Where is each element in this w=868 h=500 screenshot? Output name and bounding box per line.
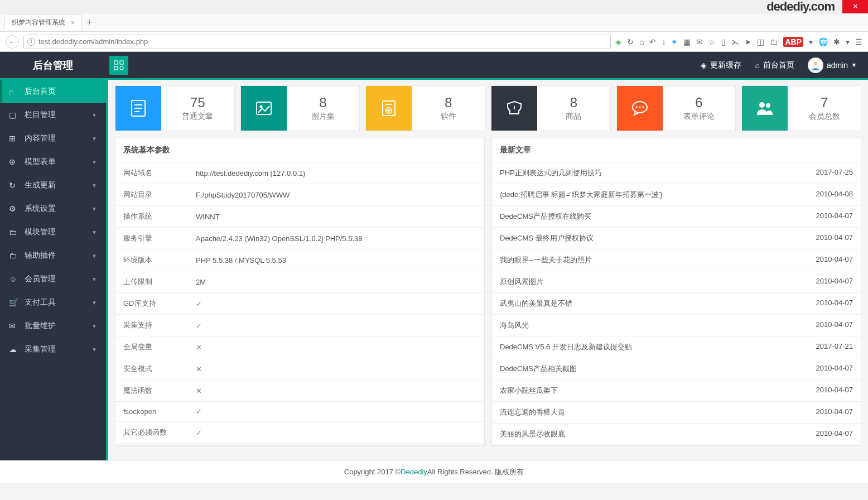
sidebar-label: 辅助插件	[25, 251, 56, 261]
article-date: 2010-04-07	[816, 320, 853, 330]
footer: Copyright 2017 © Dedediy All Rights Rese…	[0, 460, 868, 483]
bird-icon[interactable]: ✦	[671, 37, 678, 46]
window-close-button[interactable]: ✕	[842, 0, 868, 13]
home-icon[interactable]: ⌂	[639, 37, 644, 46]
chevron-down-icon: ▼	[91, 229, 97, 235]
sysinfo-value: ✓	[188, 422, 484, 444]
folder-icon[interactable]: 🗀	[770, 37, 778, 46]
sidebar: ⌂后台首页▢栏目管理▼⊞内容管理▼⊕模型表单▼↻生成更新▼⚙系统设置▼🗀模块管理…	[0, 80, 106, 460]
stat-card-1[interactable]: 8图片集	[240, 85, 360, 131]
shield-icon[interactable]: ◈	[615, 37, 621, 46]
tab-close-icon[interactable]: ×	[71, 19, 75, 27]
stat-number: 6	[695, 95, 702, 110]
stat-card-4[interactable]: 6表单评论	[616, 85, 736, 131]
bookmark-icon[interactable]: ▯	[721, 37, 726, 46]
refresh-cache-link[interactable]: ◈ 更新缓存	[701, 60, 741, 70]
sidebar-label: 后台首页	[25, 86, 56, 97]
tabgroup-icon[interactable]: ◫	[757, 37, 764, 46]
article-title[interactable]: PHP正则表达式的几则使用技巧	[500, 168, 602, 178]
table-row: DedeCMS V5.6 开发日志及新建议提交贴2017-07-21	[492, 336, 861, 358]
stat-label: 图片集	[311, 112, 335, 122]
article-title[interactable]: 海岛风光	[500, 320, 529, 330]
sidebar-label: 模型表单	[25, 157, 56, 167]
sidebar-item-5[interactable]: ⚙系统设置▼	[0, 197, 106, 220]
sysinfo-panel: 系统基本参数 网站域名http://test.dedediy.com (127.…	[115, 138, 485, 446]
svg-point-19	[642, 107, 644, 108]
article-title[interactable]: DedeCMS产品授权在线购买	[500, 211, 591, 222]
sidebar-label: 会员管理	[25, 274, 56, 284]
sidebar-item-8[interactable]: ☺会员管理▼	[0, 267, 106, 291]
table-row: 全局变量✕	[115, 336, 484, 358]
svg-rect-0	[114, 61, 118, 64]
article-title[interactable]: 武夷山的美景真是不错	[500, 299, 572, 309]
sysinfo-value: ✕	[188, 336, 484, 358]
sidebar-icon: ✉	[9, 321, 19, 330]
reload-icon[interactable]: ↻	[627, 37, 634, 46]
sidebar-item-1[interactable]: ▢栏目管理▼	[0, 103, 106, 127]
sidebar-item-3[interactable]: ⊕模型表单▼	[0, 150, 106, 174]
send-icon[interactable]: ➤	[745, 37, 751, 46]
new-tab-button[interactable]: +	[86, 17, 93, 28]
stat-card-2[interactable]: 8软件	[365, 85, 485, 131]
puzzle-icon[interactable]: ✱	[833, 37, 840, 46]
user-menu[interactable]: admin ▼	[808, 57, 857, 73]
stat-icon	[366, 86, 412, 131]
sidebar-item-7[interactable]: 🗀辅助插件▼	[0, 244, 106, 267]
address-bar[interactable]: i test.dedediy.com/admin/index.php	[23, 35, 611, 49]
article-date: 2010-04-07	[816, 255, 853, 265]
article-title[interactable]: 美丽的风景尽收眼底	[500, 429, 565, 439]
sidebar-item-9[interactable]: 🛒支付工具▼	[0, 291, 106, 314]
stat-card-0[interactable]: 75普通文章	[115, 85, 235, 131]
footer-link[interactable]: Dedediy	[401, 468, 427, 476]
stat-card-5[interactable]: 7会员总数	[741, 85, 861, 131]
globe-icon[interactable]: 🌐	[818, 37, 828, 46]
article-date: 2010-04-07	[816, 277, 853, 287]
rss-icon[interactable]: ⋋	[731, 37, 739, 46]
info-icon[interactable]: i	[27, 38, 35, 46]
article-title[interactable]: {dede:招聘启事 标题='织梦大家庭新年招募第一波'}	[500, 190, 662, 200]
table-row: 武夷山的美景真是不错2010-04-07	[492, 293, 861, 315]
sidebar-item-4[interactable]: ↻生成更新▼	[0, 174, 106, 197]
table-row: DedeCMS 最终用户授权协议2010-04-07	[492, 228, 861, 249]
abp-icon[interactable]: ABP	[783, 37, 803, 47]
sysinfo-value: ✓	[188, 293, 484, 315]
sidebar-item-11[interactable]: ☁采集管理▼	[0, 338, 106, 361]
stat-label: 会员总数	[809, 112, 840, 122]
article-title[interactable]: 我的眼界--一些关于花的照片	[500, 255, 592, 265]
sidebar-toggle-button[interactable]	[109, 56, 128, 75]
star-icon[interactable]: ☆	[708, 37, 716, 46]
brand-title: 后台管理	[0, 59, 106, 72]
stat-icon	[742, 86, 788, 131]
article-title[interactable]: 流连忘返的香樟大道	[500, 407, 565, 417]
more-icon[interactable]: ▾	[846, 37, 850, 46]
svg-point-17	[635, 107, 637, 108]
article-title[interactable]: DedeCMS产品相关截图	[500, 364, 577, 374]
sidebar-label: 生成更新	[25, 180, 56, 190]
url-text: test.dedediy.com/admin/index.php	[38, 37, 148, 46]
sidebar-item-10[interactable]: ✉批量维护▼	[0, 314, 106, 338]
menu-icon[interactable]: ☰	[855, 37, 862, 46]
article-title[interactable]: DedeCMS 最终用户授权协议	[500, 233, 594, 243]
svg-point-18	[639, 107, 640, 108]
sidebar-item-6[interactable]: 🗀模块管理▼	[0, 220, 106, 244]
calendar-icon[interactable]: ▦	[683, 37, 691, 46]
browser-tab[interactable]: 织梦内容管理系统 ×	[4, 15, 82, 30]
mail-icon[interactable]: ✉	[696, 37, 703, 46]
stat-card-3[interactable]: 8商品	[491, 85, 611, 131]
frontend-home-link[interactable]: ⌂ 前台首页	[755, 60, 794, 70]
download-icon[interactable]: ↓	[662, 37, 666, 46]
sidebar-item-2[interactable]: ⊞内容管理▼	[0, 127, 106, 150]
stat-number: 75	[190, 95, 205, 110]
dropdown-icon[interactable]: ▾	[809, 37, 813, 46]
sysinfo-key: 全局变量	[115, 336, 188, 358]
chevron-down-icon: ▼	[91, 253, 97, 259]
sidebar-item-0[interactable]: ⌂后台首页	[0, 80, 106, 103]
article-title[interactable]: DedeCMS V5.6 开发日志及新建议提交贴	[500, 342, 632, 352]
undo-icon[interactable]: ↶	[649, 37, 656, 46]
table-row: PHP正则表达式的几则使用技巧2017-07-25	[492, 162, 861, 184]
back-button[interactable]: ←	[6, 35, 19, 49]
article-title[interactable]: 原创风景图片	[500, 277, 543, 287]
article-title[interactable]: 农家小院丝瓜架下	[500, 386, 558, 396]
article-date: 2010-04-07	[816, 429, 853, 439]
chevron-down-icon: ▼	[91, 300, 97, 306]
